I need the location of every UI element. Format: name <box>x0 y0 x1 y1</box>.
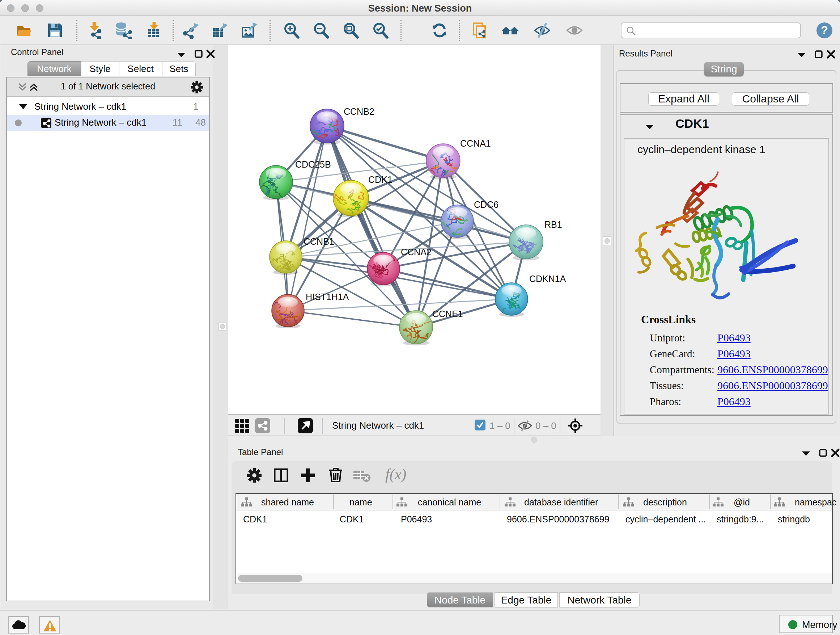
svg-text:CDC25B: CDC25B <box>295 159 331 169</box>
svg-text:CDKN1A: CDKN1A <box>529 274 566 284</box>
svg-text:CCNB1: CCNB1 <box>303 236 334 247</box>
svg-text:CCNB2: CCNB2 <box>344 106 374 117</box>
svg-text:CCNE1: CCNE1 <box>432 309 463 319</box>
svg-text:CDK1: CDK1 <box>368 174 393 185</box>
svg-text:CCNA1: CCNA1 <box>460 138 491 149</box>
svg-text:CCNA2: CCNA2 <box>401 247 431 257</box>
svg-text:CDC6: CDC6 <box>474 200 499 210</box>
svg-text:RB1: RB1 <box>545 219 562 230</box>
svg-text:?: ? <box>821 24 828 36</box>
svg-text:HIST1H1A: HIST1H1A <box>306 292 349 302</box>
